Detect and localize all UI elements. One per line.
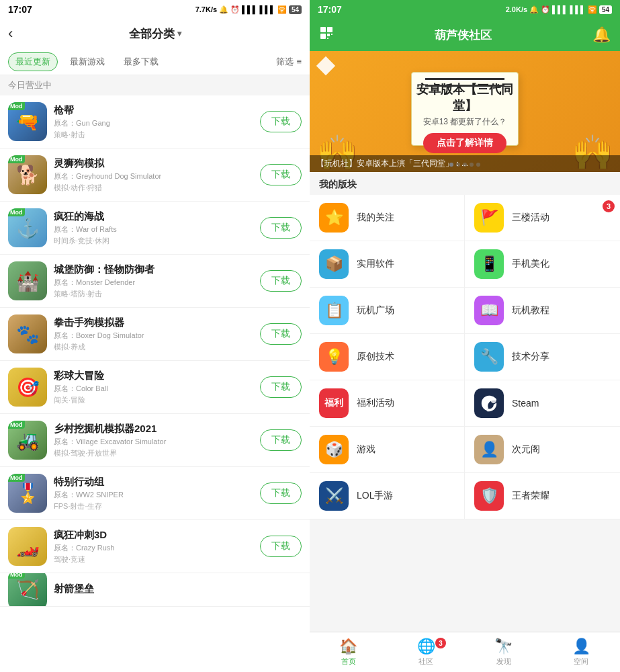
block-item-anime[interactable]: 👤 次元阁 (465, 427, 620, 473)
game-tags: 时间杀·竞技·休闲 (54, 236, 253, 246)
grid-icon[interactable] (319, 26, 334, 44)
left-time: 17:07 (8, 4, 32, 15)
block-label: 玩机广场 (357, 304, 394, 317)
list-item: ⚓ Mod 疯狂的海战 原名：War of Rafts 时间杀·竞技·休闲 下载 (0, 202, 310, 255)
banner-subtitle: 安卓13 都更新了什么？ (423, 116, 507, 128)
block-label: 次元阁 (512, 444, 540, 456)
game-icon-wrap: 🔫 Mod (8, 102, 47, 141)
left-panel: 17:07 7.7K/s 🔔⏰ ▌▌▌▌▌▌ 🛜 54 ‹ 全部分类 ▾ 最近更… (0, 0, 310, 672)
game-title: 城堡防御：怪物防御者 (54, 263, 253, 276)
list-item: 🚜 Mod 乡村挖掘机模拟器2021 原名：Village Excavator … (0, 414, 310, 467)
block-label: 原创技术 (357, 351, 394, 363)
filter-tab-mostdownload[interactable]: 最多下载 (117, 53, 165, 71)
download-button[interactable]: 下载 (260, 323, 302, 345)
game-title: 拳击手狗模拟器 (54, 317, 253, 329)
game-tags: 模拟·养成 (54, 342, 253, 352)
block-item-software[interactable]: 📦 实用软件 (310, 241, 465, 288)
community-title: 葫芦侠社区 (435, 28, 492, 43)
block-label: 技术分享 (512, 351, 549, 363)
game-original: 原名：Greyhound Dog Simulator (54, 171, 253, 181)
block-item-welfare[interactable]: 福利 福利活动 (310, 380, 465, 427)
game-icon: 🐾 (8, 314, 47, 353)
list-item: 🐕 Mod 灵狮狗模拟 原名：Greyhound Dog Simulator 模… (0, 149, 310, 202)
game-original: 原名：War of Rafts (54, 224, 253, 235)
block-label: Steam (512, 398, 539, 409)
block-item-tutorial[interactable]: 📖 玩机教程 (465, 288, 620, 334)
welfare-icon: 福利 (319, 388, 349, 418)
block-item-beauty[interactable]: 📱 手机美化 (465, 241, 620, 288)
tutorial-icon: 📖 (474, 296, 504, 325)
blocks-grid: ⭐ 我的关注 🚩 三楼活动 3 📦 实用软件 📱 手机美化 📋 (310, 195, 620, 519)
svg-point-6 (491, 398, 496, 403)
right-status-icons: 2.0K/s 🔔⏰ ▌▌▌▌▌▌ 🛜 54 (506, 5, 612, 14)
game-tags: 模拟·动作·狩猎 (54, 183, 253, 193)
filter-tab-newest[interactable]: 最新游戏 (63, 53, 112, 71)
tech-icon: 💡 (319, 342, 349, 372)
game-icon-wrap: 🎯 (8, 368, 47, 407)
download-button[interactable]: 下载 (260, 482, 302, 504)
floor-badge: 3 (603, 200, 615, 212)
king-icon: 🛡️ (474, 481, 504, 511)
game-block-icon: 🎲 (319, 435, 349, 464)
game-icon-wrap: 🏹 Mod (8, 573, 47, 607)
block-item-floor[interactable]: 🚩 三楼活动 3 (465, 195, 620, 241)
filter-tab-recent[interactable]: 最近更新 (8, 52, 58, 71)
game-original: 原名：Gun Gang (54, 118, 253, 128)
floor-icon: 🚩 (474, 203, 504, 233)
banner-button[interactable]: 点击了解详情 (423, 133, 506, 153)
community-icon: 🌐 (417, 638, 435, 655)
block-item-game[interactable]: 🎲 游戏 (310, 427, 465, 473)
block-item-tech[interactable]: 💡 原创技术 (310, 334, 465, 380)
software-icon: 📦 (319, 249, 349, 279)
banner-title: 安卓版本【三代同堂】 (412, 81, 518, 114)
header-title[interactable]: 全部分类 ▾ (129, 26, 181, 42)
game-original: 原名：Monster Defender (54, 278, 253, 288)
download-button[interactable]: 下载 (260, 536, 302, 557)
game-original: 原名：Color Ball (54, 384, 253, 394)
beauty-icon: 📱 (474, 249, 504, 279)
game-tags: 策略·塔防·射击 (54, 289, 253, 299)
back-button[interactable]: ‹ (8, 25, 13, 42)
download-button[interactable]: 下载 (260, 217, 302, 239)
game-title: 疯狂冲刺3D (54, 529, 253, 542)
block-label: 游戏 (357, 444, 375, 456)
block-label: 福利活动 (357, 397, 394, 409)
game-icon-wrap: 🏎️ (8, 527, 47, 566)
nav-item-home[interactable]: 🏠 首页 (310, 638, 388, 667)
block-item-follow[interactable]: ⭐ 我的关注 (310, 195, 465, 241)
nav-item-discover[interactable]: 🔭 发现 (465, 638, 543, 667)
download-button[interactable]: 下载 (260, 164, 302, 185)
game-title: 特别行动组 (54, 476, 253, 489)
list-item: 🎖️ Mod 特别行动组 原名：WW2 SNIPER FPS·射击·生存 下载 (0, 467, 310, 520)
nav-item-community[interactable]: 3 🌐 社区 (388, 638, 466, 667)
download-button[interactable]: 下载 (260, 111, 302, 132)
game-original: 原名：Crazy Rush (54, 543, 253, 553)
download-button[interactable]: 下载 (260, 376, 302, 398)
block-item-lol[interactable]: ⚔️ LOL手游 (310, 473, 465, 519)
game-icon: 🏹 (8, 573, 47, 607)
download-button[interactable]: 下载 (260, 270, 302, 292)
game-title: 疯狂的海战 (54, 210, 253, 223)
download-button[interactable]: 下载 (260, 429, 302, 451)
game-icon-wrap: 🎖️ Mod (8, 474, 47, 513)
game-tags: 策略·射击 (54, 130, 253, 140)
right-panel: 17:07 2.0K/s 🔔⏰ ▌▌▌▌▌▌ 🛜 54 葫芦侠社区 🔔 (310, 0, 620, 672)
block-item-king[interactable]: 🛡️ 王者荣耀 (465, 473, 620, 519)
nav-item-space[interactable]: 👤 空间 (543, 638, 621, 667)
block-item-arcade[interactable]: 📋 玩机广场 (310, 288, 465, 334)
block-item-steam[interactable]: Steam (465, 380, 620, 427)
bell-icon[interactable]: 🔔 (592, 26, 611, 44)
banner[interactable]: 安卓版本【三代同堂】 安卓13 都更新了什么？ 点击了解详情 🙌 🙌 【玩机社】… (310, 51, 620, 172)
techshare-icon: 🔧 (474, 342, 504, 372)
block-label: 三楼活动 (512, 212, 549, 224)
game-title: 射箭堡垒 (54, 583, 302, 595)
svg-rect-2 (320, 34, 326, 39)
game-icon: 🏰 (8, 261, 47, 300)
block-label: 实用软件 (357, 258, 394, 270)
block-item-techshare[interactable]: 🔧 技术分享 (465, 334, 620, 380)
game-original: 原名：Boxer Dog Simulator (54, 331, 253, 341)
filter-button[interactable]: 筛选 ≡ (276, 56, 302, 68)
game-icon-wrap: 🏰 (8, 261, 47, 300)
filter-bar: 最近更新 最新游戏 最多下载 筛选 ≡ (0, 48, 310, 75)
banner-content: 安卓版本【三代同堂】 安卓13 都更新了什么？ 点击了解详情 (411, 72, 519, 151)
